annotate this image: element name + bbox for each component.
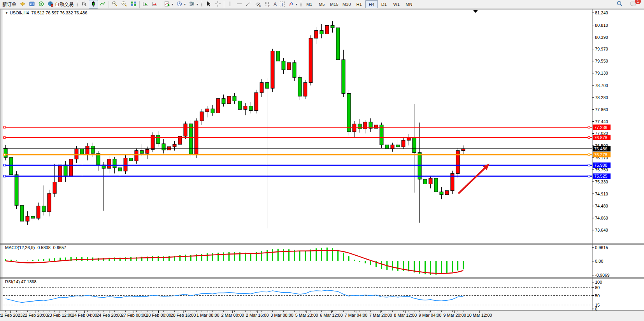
svg-text:28 Feb 16:00: 28 Feb 16:00: [171, 313, 196, 318]
svg-text:80.810: 80.810: [595, 23, 608, 28]
arrows-shapes-button[interactable]: ▾: [286, 0, 299, 9]
crosshair-icon: [215, 1, 221, 8]
text-label-tool-button[interactable]: T: [278, 0, 286, 9]
timeframe-button-h1[interactable]: H1: [353, 0, 365, 8]
zoom-out-button[interactable]: [119, 0, 129, 9]
svg-text:9 Mar 04:00: 9 Mar 04:00: [419, 313, 442, 318]
svg-text:77.236: 77.236: [594, 125, 607, 130]
tile-windows-icon: [130, 1, 137, 8]
rsi-indicator-label: RSI(14) 47.1868: [5, 279, 37, 284]
chart-shift-button[interactable]: [150, 0, 160, 9]
svg-text:2 Mar 16:00: 2 Mar 16:00: [246, 313, 269, 318]
chart-shift-icon: [152, 1, 158, 8]
timeframe-button-w1[interactable]: W1: [390, 0, 403, 8]
trendline-button[interactable]: [244, 0, 253, 9]
tile-windows-button[interactable]: [129, 0, 138, 9]
toolbar-grip[interactable]: [300, 1, 302, 8]
svg-text:0: 0: [595, 307, 597, 311]
svg-text:22 Feb 2023: 22 Feb 2023: [0, 313, 23, 318]
candlestick-chart-button[interactable]: [89, 0, 98, 9]
svg-text:75.525: 75.525: [594, 174, 607, 178]
add-indicator-icon: [164, 1, 170, 8]
svg-text:76.878: 76.878: [594, 135, 607, 140]
period-clock-button[interactable]: ▾: [175, 0, 187, 9]
svg-text:73.640: 73.640: [595, 228, 608, 232]
notification-badge[interactable]: 1: [635, 0, 641, 4]
search-button[interactable]: [615, 0, 625, 9]
svg-text:79.130: 79.130: [595, 71, 608, 75]
svg-text:76.486: 76.486: [594, 147, 607, 151]
toolbar-separator: [109, 1, 109, 8]
chart-title: ▼USOil-,H4 76.512 76.597 76.332 76.486: [5, 10, 87, 15]
timeframe-button-mn[interactable]: MN: [403, 0, 415, 8]
search-icon: [616, 0, 623, 8]
svg-text:81.240: 81.240: [595, 10, 608, 15]
navigator-icon: [29, 1, 35, 8]
signals-icon: [38, 1, 44, 8]
timeframe-button-m30[interactable]: M30: [340, 0, 353, 8]
text-tool-button[interactable]: A: [272, 0, 278, 9]
timeframe-button-m15[interactable]: M15: [328, 0, 340, 8]
chart-properties-button[interactable]: ▾: [187, 0, 200, 9]
cursor-button[interactable]: [204, 0, 213, 9]
svg-text:1 Mar 08:00: 1 Mar 08:00: [197, 313, 219, 318]
fibonacci-button[interactable]: F: [263, 0, 272, 9]
equidistant-channel-icon: E: [255, 1, 261, 8]
channel-tool-glyph: E: [259, 4, 261, 7]
equidistant-channel-button[interactable]: E: [253, 0, 263, 9]
notifications-button[interactable]: 1: [628, 0, 639, 9]
svg-text:5 Mar 23:00: 5 Mar 23:00: [295, 313, 318, 318]
svg-text:22 Feb 20:00: 22 Feb 20:00: [23, 313, 48, 318]
chart-canvas[interactable]: 81.24080.81080.39079.97079.55079.13078.7…: [0, 0, 644, 321]
svg-text:0.9615: 0.9615: [595, 245, 608, 250]
chevron-down-icon[interactable]: ▾: [172, 3, 173, 6]
svg-text:0.00: 0.00: [595, 259, 603, 263]
chevron-down-icon[interactable]: ▾: [197, 3, 198, 6]
text-label-tool-icon: T: [280, 2, 285, 7]
timeframe-button-m5[interactable]: M5: [316, 0, 328, 8]
period-clock-icon: [176, 1, 182, 8]
svg-text:80.390: 80.390: [595, 35, 608, 40]
auto-scroll-button[interactable]: [141, 0, 150, 9]
svg-text:80: 80: [595, 285, 600, 290]
timeframe-button-m1[interactable]: M1: [303, 0, 316, 8]
collapse-triangle-icon[interactable]: ▼: [5, 11, 8, 15]
chevron-down-icon[interactable]: ▾: [184, 3, 186, 6]
svg-text:75.908: 75.908: [594, 163, 607, 167]
navigator-button[interactable]: [27, 0, 37, 9]
toolbar-grip[interactable]: [77, 1, 78, 8]
bar-chart-button[interactable]: [79, 0, 89, 9]
svg-text:2 Mar 00:00: 2 Mar 00:00: [221, 313, 244, 318]
vertical-line-icon: [227, 1, 233, 8]
candlestick-chart-icon: [90, 1, 97, 8]
svg-text:24 Feb 04:00: 24 Feb 04:00: [72, 313, 97, 318]
macd-values: -0.5808 -0.6657: [36, 245, 66, 250]
add-indicator-button[interactable]: ▾: [162, 0, 175, 9]
fibo-tool-glyph: F: [268, 4, 270, 7]
timeframe-button-h4[interactable]: H4: [365, 0, 378, 8]
svg-text:78.700: 78.700: [595, 83, 608, 88]
macd-indicator-label: MACD(12,26,9) -0.5808 -0.6657: [5, 245, 66, 250]
timeframe-button-d1[interactable]: D1: [378, 0, 390, 8]
chevron-down-icon[interactable]: ▾: [296, 3, 297, 6]
new-order-button[interactable]: 新订单: [1, 0, 18, 9]
svg-text:77.860: 77.860: [595, 107, 608, 112]
zoom-in-icon: [112, 1, 118, 8]
auto-trading-button[interactable]: 自动交易: [46, 0, 75, 9]
toolbar-separator: [161, 1, 161, 8]
toolbar-grip[interactable]: [201, 1, 202, 8]
market-watch-button[interactable]: [18, 0, 27, 9]
new-order-label: 新订单: [2, 1, 16, 8]
timeframe-group: M1M5M15M30H1H4D1W1MN: [303, 0, 415, 8]
horizontal-line-button[interactable]: [235, 0, 244, 9]
zoom-in-button[interactable]: [110, 0, 119, 9]
svg-text:3 Mar 08:00: 3 Mar 08:00: [270, 313, 293, 318]
crosshair-button[interactable]: [213, 0, 223, 9]
signals-button[interactable]: [37, 0, 46, 9]
auto-scroll-icon: [142, 1, 149, 8]
cursor-icon: [205, 1, 212, 8]
line-chart-button[interactable]: [98, 0, 107, 9]
svg-text:28 Feb 00:00: 28 Feb 00:00: [146, 313, 171, 318]
bar-chart-icon: [81, 1, 87, 8]
vertical-line-button[interactable]: [225, 0, 235, 9]
